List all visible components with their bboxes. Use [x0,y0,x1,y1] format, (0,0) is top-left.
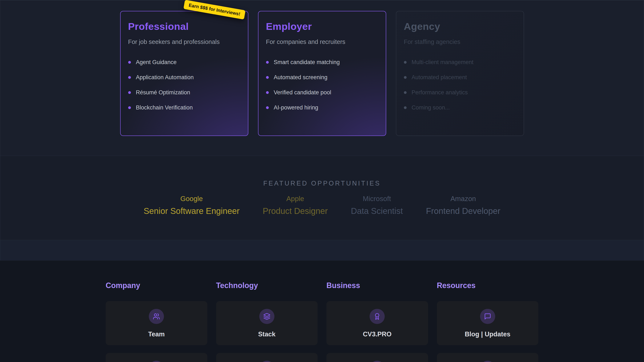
plan-feature: Smart candidate matching [266,55,378,70]
plan-feature-list: Multi-client management Automated placem… [404,55,516,115]
plan-card-professional[interactable]: Earn $$$ for Interviews! Professional Fo… [120,11,248,136]
footer-heading: Technology [216,282,318,289]
footer-column-business: Business CV3.PRO [326,282,428,362]
featured-job-apple[interactable]: Apple Product Designer [263,195,328,215]
footer-link-hidden[interactable] [106,353,207,362]
plan-feature-label: Coming soon... [412,104,450,111]
plan-subtitle: For job seekers and professionals [128,38,240,45]
plan-feature: Automated placement [404,70,516,85]
placeholder-icon [149,361,164,362]
landing-page: Earn $$$ for Interviews! Professional Fo… [0,0,644,362]
plan-title: Agency [404,20,516,32]
placeholder-icon [259,361,274,362]
plan-feature-label: Automated placement [412,74,467,81]
job-company: Google [144,195,240,202]
bullet-dot-icon [266,106,269,109]
footer-link-label: Blog | Updates [465,331,510,338]
job-title: Product Designer [263,207,328,215]
earn-badge: Earn $$$ for Interviews! [183,0,246,19]
bullet-dot-icon [128,76,131,79]
plan-feature-label: Blockchain Verification [136,104,193,111]
footer-heading: Business [326,282,428,289]
footer-link-team[interactable]: Team [106,301,207,345]
plan-feature: Agent Guidance [128,55,240,70]
footer-link-cv3pro[interactable]: CV3.PRO [326,301,428,345]
plan-feature-list: Agent Guidance Application Automation Ré… [128,55,240,115]
plans-section: Earn $$$ for Interviews! Professional Fo… [0,0,644,156]
award-icon [370,309,385,324]
plan-feature-label: Verified candidate pool [274,89,331,96]
footer-column-resources: Resources Blog | Updates [437,282,538,362]
bullet-dot-icon [266,91,269,94]
plan-title: Professional [128,20,240,32]
footer-grid: Company Team Technology [106,282,538,362]
plan-feature: Coming soon... [404,100,516,115]
layers-icon [259,309,274,324]
bullet-dot-icon [404,106,406,109]
featured-opportunities-section: FEATURED OPPORTUNITIES Google Senior Sof… [0,156,644,240]
bullet-dot-icon [266,76,269,79]
featured-jobs-row: Google Senior Software Engineer Apple Pr… [0,195,644,215]
plan-feature: Automated screening [266,70,378,85]
placeholder-icon [480,361,495,362]
plan-feature: Résumé Optimization [128,85,240,100]
plan-feature: Blockchain Verification [128,100,240,115]
footer-link-hidden[interactable] [216,353,318,362]
plan-feature-label: Multi-client management [412,59,474,66]
bullet-dot-icon [404,61,406,64]
users-icon [149,309,164,324]
featured-job-google[interactable]: Google Senior Software Engineer [144,195,240,215]
footer-heading: Company [106,282,207,289]
job-company: Amazon [426,195,500,202]
plan-feature-label: Smart candidate matching [274,59,340,66]
plan-feature-label: Performance analytics [412,89,468,96]
footer-link-blog-updates[interactable]: Blog | Updates [437,301,538,345]
job-company: Microsoft [351,195,403,202]
section-divider-band [0,240,644,261]
placeholder-icon [370,361,385,362]
plan-feature-label: AI-powered hiring [274,104,318,111]
footer-link-hidden[interactable] [437,353,538,362]
footer-link-label: CV3.PRO [363,331,392,338]
plan-card-agency: Agency For staffing agencies Multi-clien… [396,11,524,136]
featured-job-amazon[interactable]: Amazon Frontend Developer [426,195,500,215]
plan-feature-label: Agent Guidance [136,59,177,66]
bullet-dot-icon [128,106,131,109]
plan-feature: Verified candidate pool [266,85,378,100]
job-title: Data Scientist [351,207,403,215]
footer-column-company: Company Team [106,282,207,362]
plan-subtitle: For staffing agencies [404,38,516,45]
footer-link-hidden[interactable] [326,353,428,362]
plan-feature-list: Smart candidate matching Automated scree… [266,55,378,115]
bullet-dot-icon [266,61,269,64]
bullet-dot-icon [128,61,131,64]
footer-link-label: Stack [258,331,276,338]
message-square-icon [480,309,495,324]
job-company: Apple [263,195,328,202]
plan-feature: Multi-client management [404,55,516,70]
plan-feature-label: Automated screening [274,74,328,81]
bullet-dot-icon [128,91,131,94]
bullet-dot-icon [404,91,406,94]
plan-feature: Performance analytics [404,85,516,100]
plan-feature-label: Application Automation [136,74,194,81]
plan-feature-label: Résumé Optimization [136,89,190,96]
footer-link-stack[interactable]: Stack [216,301,318,345]
plan-feature: Application Automation [128,70,240,85]
footer-link-label: Team [148,331,165,338]
plan-subtitle: For companies and recruiters [266,38,378,45]
plan-card-employer[interactable]: Employer For companies and recruiters Sm… [258,11,386,136]
job-title: Frontend Developer [426,207,500,215]
job-title: Senior Software Engineer [144,207,240,215]
plan-feature: AI-powered hiring [266,100,378,115]
plans-grid: Earn $$$ for Interviews! Professional Fo… [0,0,644,136]
footer-heading: Resources [437,282,538,289]
featured-job-microsoft[interactable]: Microsoft Data Scientist [351,195,403,215]
footer: Company Team Technology [0,261,644,362]
plan-title: Employer [266,20,378,32]
footer-column-technology: Technology Stack [216,282,318,362]
bullet-dot-icon [404,76,406,79]
featured-heading: FEATURED OPPORTUNITIES [0,156,644,187]
